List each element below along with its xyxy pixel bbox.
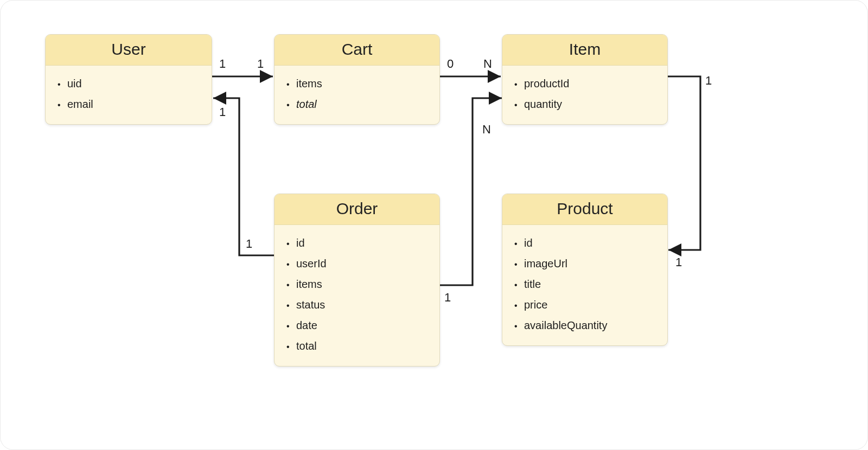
- attr-item-quantity: quantity: [514, 94, 655, 114]
- entity-user-attrs: uid email: [46, 66, 212, 124]
- entity-order-title: Order: [275, 194, 439, 225]
- card-cart-item-to: N: [483, 57, 492, 71]
- rel-order-item: [439, 98, 502, 285]
- attr-order-userid: userId: [286, 253, 427, 274]
- attr-item-productid: productId: [514, 73, 655, 94]
- card-user-cart-to: 1: [257, 57, 264, 71]
- attr-user-email: email: [58, 94, 200, 114]
- entity-product-title: Product: [502, 194, 667, 225]
- entity-cart-title: Cart: [275, 35, 439, 66]
- card-item-product-to: 1: [675, 255, 682, 269]
- entity-order: Order id userId items status date total: [274, 194, 440, 367]
- card-item-product-from: 1: [705, 74, 712, 88]
- entity-item-attrs: productId quantity: [502, 66, 667, 124]
- attr-product-availqty: availableQuantity: [514, 315, 655, 336]
- entity-order-attrs: id userId items status date total: [275, 225, 439, 366]
- entity-user-title: User: [46, 35, 212, 66]
- attr-product-title: title: [514, 274, 655, 294]
- card-order-item-from: 1: [444, 291, 451, 305]
- entity-product-attrs: id imageUrl title price availableQuantit…: [502, 225, 667, 345]
- entity-product: Product id imageUrl title price availabl…: [502, 194, 668, 346]
- er-diagram-canvas: User uid email Cart items total Item pro…: [0, 0, 868, 450]
- card-order-item-to: N: [482, 123, 491, 137]
- rel-order-user: [213, 98, 275, 255]
- entity-cart: Cart items total: [274, 34, 440, 125]
- attr-product-id: id: [514, 233, 655, 253]
- attr-order-date: date: [286, 315, 427, 336]
- card-user-cart-from: 1: [219, 57, 226, 71]
- attr-product-imageurl: imageUrl: [514, 253, 655, 274]
- rel-item-product: [667, 76, 700, 250]
- attr-cart-items: items: [286, 73, 427, 94]
- attr-user-uid: uid: [58, 73, 200, 94]
- card-order-user-from: 1: [246, 237, 252, 251]
- card-cart-item-from: 0: [447, 57, 454, 71]
- attr-order-status: status: [286, 294, 427, 315]
- entity-item-title: Item: [502, 35, 667, 66]
- entity-cart-attrs: items total: [275, 66, 439, 124]
- attr-order-id: id: [286, 233, 427, 253]
- entity-item: Item productId quantity: [502, 34, 668, 125]
- attr-order-total: total: [286, 336, 427, 356]
- attr-order-items: items: [286, 274, 427, 294]
- attr-product-price: price: [514, 294, 655, 315]
- entity-user: User uid email: [45, 34, 212, 125]
- card-order-user-to: 1: [219, 105, 226, 119]
- attr-cart-total: total: [286, 94, 427, 114]
